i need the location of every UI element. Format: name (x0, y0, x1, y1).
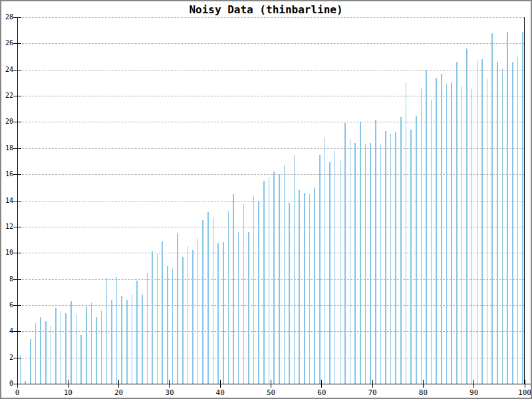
h-gridline (19, 253, 525, 253)
y-tick (13, 227, 21, 227)
h-gridline (19, 305, 525, 306)
bar (86, 307, 87, 384)
bar (258, 201, 259, 384)
bar (487, 79, 488, 384)
bar (136, 281, 138, 384)
x-tick (321, 380, 322, 388)
bar (279, 174, 280, 384)
x-tick-label: 50 (260, 389, 283, 397)
bar (456, 62, 458, 384)
bar (441, 74, 442, 384)
bar (167, 266, 168, 384)
x-tick-label: 10 (57, 389, 79, 397)
bar (370, 143, 371, 384)
bar (289, 203, 290, 384)
bar (299, 190, 300, 384)
y-tick (13, 279, 21, 280)
y-tick-label: 28 (1, 13, 13, 21)
bar (340, 160, 341, 384)
bar (517, 57, 519, 384)
bar (121, 296, 122, 384)
h-gridline (19, 96, 525, 96)
x-tick (271, 380, 271, 388)
bar (451, 82, 452, 384)
bar (65, 313, 66, 384)
bar (147, 273, 148, 384)
bar (426, 70, 427, 384)
bar (116, 277, 118, 384)
y-tick (13, 43, 21, 44)
bar (152, 251, 153, 384)
x-tick-label: 60 (311, 389, 333, 397)
bar (334, 151, 336, 384)
x-tick (17, 380, 18, 388)
bar (207, 212, 209, 384)
y-tick (13, 174, 21, 175)
x-tick-label: 70 (361, 389, 384, 397)
x-tick-label: 0 (6, 389, 29, 397)
y-tick-label: 20 (1, 118, 13, 126)
bar (410, 130, 412, 384)
bar (101, 311, 102, 384)
bar (20, 355, 21, 384)
bar (360, 122, 361, 384)
x-tick-label: 20 (108, 389, 130, 397)
y-tick (13, 253, 21, 253)
y-tick-label: 14 (1, 197, 13, 205)
bar (319, 155, 321, 384)
h-gridline (19, 122, 525, 122)
bar (162, 241, 163, 384)
x-tick (169, 380, 170, 388)
bar (497, 62, 498, 384)
bar (30, 339, 31, 384)
bar (385, 131, 386, 384)
bar (421, 88, 422, 384)
bar (172, 269, 174, 384)
h-gridline (19, 227, 525, 227)
bar (309, 194, 311, 384)
h-gridline (19, 17, 525, 18)
bar (365, 144, 366, 384)
x-tick (423, 380, 424, 388)
bar (253, 196, 255, 384)
y-tick-label: 26 (1, 39, 13, 47)
bar (466, 49, 467, 384)
bar (192, 250, 194, 384)
bar (111, 300, 112, 384)
h-gridline (19, 70, 525, 70)
bar (502, 68, 503, 384)
bar (243, 204, 245, 384)
y-tick (13, 96, 21, 96)
bar (70, 301, 72, 384)
h-gridline (19, 148, 525, 149)
y-tick-label: 8 (1, 275, 13, 283)
bar (314, 188, 315, 384)
x-axis-line (17, 384, 532, 384)
x-tick-label: 80 (412, 389, 434, 397)
bar (273, 172, 275, 384)
bar (522, 32, 523, 384)
y-tick (13, 17, 21, 18)
y-tick-label: 2 (1, 354, 13, 362)
x-tick (525, 380, 525, 388)
bar (182, 257, 184, 384)
bar (91, 303, 92, 384)
bar (446, 84, 448, 384)
x-tick (473, 380, 474, 388)
bar (344, 123, 346, 384)
bar (329, 162, 331, 384)
x-tick (220, 380, 221, 388)
bar (462, 86, 463, 384)
bar (390, 134, 392, 384)
plot-right-border (524, 17, 525, 384)
y-tick-label: 4 (1, 327, 13, 335)
h-gridline (19, 201, 525, 201)
bar (354, 143, 356, 384)
y-tick-label: 10 (1, 249, 13, 257)
y-tick (13, 70, 21, 70)
bar (481, 59, 483, 384)
bar (40, 317, 41, 384)
bar (80, 335, 82, 384)
bar (406, 82, 407, 384)
x-tick (118, 380, 119, 388)
